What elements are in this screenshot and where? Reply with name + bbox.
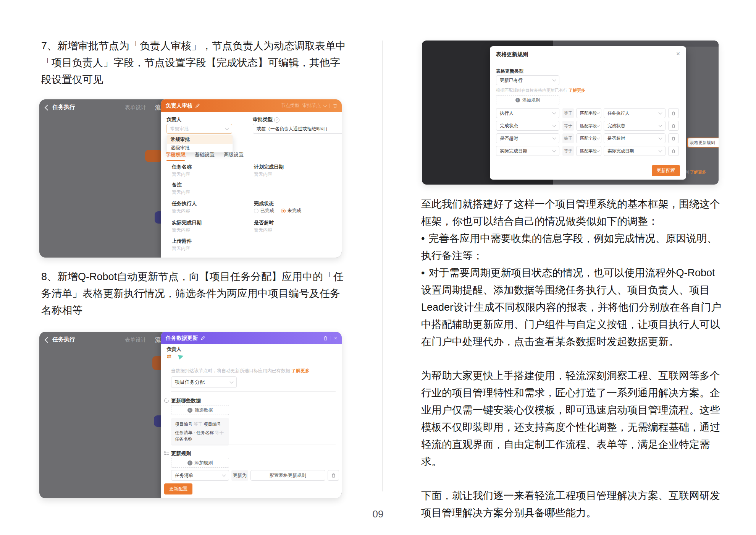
swap-arrows-icon[interactable]: ⇄ [167,353,171,359]
add-rule-button[interactable]: + 添加规则 [496,95,559,105]
update-type-select[interactable]: 更新已有行 [496,75,559,85]
refresh-icon [163,397,170,404]
approve-type-select[interactable]: 或签（一名负责人通过或拒绝即可） [253,124,342,134]
rule-field-select[interactable]: 完成状态 [496,121,559,131]
rule-value-select[interactable]: 实际完成日期 [604,146,666,156]
match-type-select[interactable]: 匹配字段 [576,146,601,156]
right-column-text: 至此我们就搭建好了这样一个项目管理系统的基本框架，围绕这个框架，你也可以结合自己… [421,196,723,522]
match-type-select[interactable]: 匹配字段 [576,121,601,131]
chevron-down-icon [659,136,662,140]
trash-button[interactable] [668,133,679,143]
chevron-down-icon [230,380,234,384]
bullet-item: •对于需要周期更新项目状态的情况，也可以使用流程外Q-Robot设置周期提醒、添… [421,264,723,350]
field-label: 备注 [172,182,182,188]
rule-config-button[interactable]: 配置表格更新规则 [250,470,325,481]
edit-icon[interactable] [201,336,205,340]
filter-condition: 项目编号等于项目编号 [175,421,225,428]
rule-field-select[interactable]: 执行人 [496,108,559,118]
back-icon[interactable] [45,337,51,343]
target-app-value: 项目任务分配 [175,379,205,386]
dropdown-option[interactable]: 常规审批 [167,135,233,144]
add-rule-button[interactable]: + 添加规则 [171,458,229,468]
back-icon[interactable] [45,105,51,111]
field-empty: 暂无内容 [172,189,190,196]
dropdown-option[interactable]: 逐级审批 [167,144,233,152]
tab-flow-design-cut[interactable]: 流 [155,336,161,344]
rule-value-select[interactable]: 完成状态 [604,121,666,131]
chevron-down-icon [552,136,556,140]
chevron-down-icon [596,111,600,115]
learn-more-link[interactable]: 了解更多 [569,88,585,92]
field-label: 计划完成日期 [254,164,284,170]
operator-badge: 等于 [562,121,574,131]
chevron-down-icon [222,473,226,477]
tab-form-design[interactable]: 表单设计 [125,337,146,344]
highlighted-config-button[interactable]: 表格更新规则 [687,138,719,148]
owner-dropdown: 常规审批 逐级审批 [166,135,233,152]
field-empty: 暂无内容 [172,171,190,178]
question-icon: ? [274,117,279,123]
rule-value-select[interactable]: 是否超时 [604,133,666,143]
field-label: 任务执行人 [172,200,197,207]
tab-advanced-settings[interactable]: 高级设置 [224,151,244,158]
field-empty: 暂无内容 [172,227,190,233]
edit-icon[interactable] [195,104,200,108]
owner-select[interactable]: 常规审批 [166,124,232,134]
update-to-label: 更新为 [231,470,248,481]
modal-title: 负责人审核 [166,102,192,109]
tab-flow-design-cut[interactable]: 流 [155,104,161,111]
match-type-select[interactable]: 匹配字段 [576,133,601,143]
filter-condition: 任务清单 · 任务名称等于任务名称 [175,430,225,443]
update-type-value: 更新已有行 [500,77,523,84]
approval-node-modal: 负责人审核 节点类型 审批节点 负责人 常规审批 [161,99,342,258]
update-type-label: 表格更新类型 [496,68,523,75]
chevron-down-icon [552,149,556,152]
close-icon[interactable]: × [676,50,680,58]
separator [330,104,330,108]
trash-button[interactable] [668,121,679,131]
match-type-select[interactable]: 匹配字段 [576,108,601,118]
rule-value-select[interactable]: 任务执行人 [604,108,666,118]
field-label: 完成状态 [254,200,274,207]
paragraph-next: 下面，就让我们逐一来看轻流工程项目管理解决方案、互联网研发项目管理解决方案分别具… [421,487,723,522]
plus-icon: + [515,98,520,102]
tabs-divider [161,160,342,160]
radio-done[interactable]: 已完成 [254,208,274,214]
screenshot-approval-node: 任务执行 表单设计 流 负责人审核 节点类型 审批节点 [39,99,342,258]
column-divider [248,115,248,157]
status-radios: 已完成 未完成 [254,208,301,214]
paragraph-item-7: 7、新增审批节点为「负责人审核」，节点负责人为动态调取表单中「项目负责人」字段，… [41,37,347,88]
tab-field-permission[interactable]: 字段权限 [166,151,186,158]
chevron-down-icon [552,111,556,115]
tab-form-design[interactable]: 表单设计 [125,104,146,111]
rule-field-select[interactable]: 实际完成日期 [496,146,559,156]
trash-icon[interactable] [333,104,337,108]
close-icon[interactable]: × [334,335,337,341]
send-plane-icon[interactable] [178,353,184,359]
owner-label: 负责人 [166,346,181,353]
bullet-icon: • [421,233,428,244]
node-type-label: 节点类型 [281,102,299,109]
chevron-down-icon [323,103,327,107]
radio-icon [254,209,258,213]
tab-basic-settings[interactable]: 基础设置 [195,151,215,158]
rule-table-select[interactable]: 任务清单 [171,470,229,481]
filter-data-button[interactable]: + 筛选数据 [171,405,229,415]
rule-field-select[interactable]: 是否超时 [496,133,559,143]
learn-more-link[interactable]: 了解更多 [291,368,310,373]
trash-button[interactable] [668,146,679,156]
target-app-select[interactable]: 项目任务分配 [171,376,237,388]
update-config-button[interactable]: 更新配置 [164,483,192,494]
backdrop-toolbar [553,41,719,47]
field-label: 上传附件 [172,238,192,245]
update-config-button[interactable]: 更新配置 [652,165,680,176]
node-type-select[interactable]: 审批节点 [302,102,321,109]
learn-more-link[interactable]: 了解更多 [690,170,706,174]
chevron-down-icon [659,111,662,115]
radio-undone[interactable]: 未完成 [281,208,301,214]
trash-icon[interactable] [323,336,328,340]
trash-button[interactable] [668,108,679,118]
trash-button[interactable] [328,470,339,481]
chevron-down-icon [552,123,556,127]
modal-header: 任务数据更新 × [161,332,342,344]
